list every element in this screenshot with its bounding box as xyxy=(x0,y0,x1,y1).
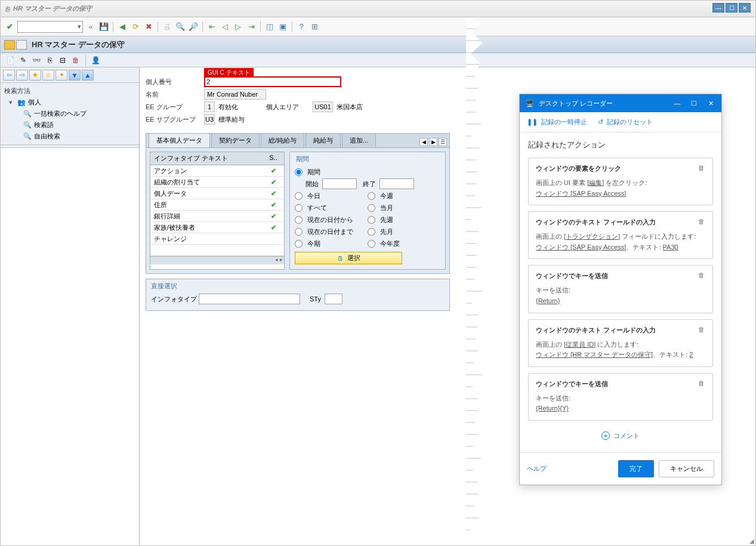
copy-icon[interactable]: ⎘ xyxy=(45,55,54,65)
delete-icon[interactable]: 🗑 xyxy=(71,55,81,65)
expand-button[interactable]: ▼ xyxy=(69,70,81,81)
tree-item-batch-search[interactable]: 🔍 一括検索のヘルプ xyxy=(2,108,138,119)
save-icon[interactable]: 💾 xyxy=(98,21,109,32)
tree-item-free-search[interactable]: 🔍 自由検索 xyxy=(2,131,138,142)
find-icon[interactable]: 🔍 xyxy=(175,21,186,32)
infotype-row[interactable] xyxy=(150,245,284,256)
start-date-input[interactable] xyxy=(322,178,357,189)
delete-action-icon[interactable]: 🗑 xyxy=(698,272,706,280)
new-session-icon[interactable]: ◫ xyxy=(264,21,275,32)
tab-contract[interactable]: 契約データ xyxy=(211,133,260,147)
header-icon-2[interactable] xyxy=(16,40,27,50)
last-page-icon[interactable]: ⇥ xyxy=(246,21,257,32)
this-year-radio[interactable] xyxy=(368,240,375,248)
this-week-radio[interactable] xyxy=(368,192,375,200)
recorder-close[interactable]: ✕ xyxy=(706,100,715,107)
to-current-radio[interactable] xyxy=(295,228,303,236)
infotype-row[interactable]: チャレンジ xyxy=(150,233,284,245)
tab-gross-net[interactable]: 総/純給与 xyxy=(261,133,304,147)
period-radio[interactable] xyxy=(295,168,303,176)
this-month-radio[interactable] xyxy=(368,204,375,212)
menu-icon[interactable]: ⎘ xyxy=(5,5,10,13)
fav-manage-button[interactable]: ☆ xyxy=(42,70,54,81)
delete-action-icon[interactable]: 🗑 xyxy=(698,218,706,226)
first-page-icon[interactable]: ⇤ xyxy=(206,21,217,32)
recorder-done-button[interactable]: 完了 xyxy=(618,460,654,477)
infotype-row[interactable]: 個人データ✔ xyxy=(150,188,284,199)
all-radio[interactable] xyxy=(295,204,303,212)
recorder-reset-button[interactable]: ↺ 記録のリセット xyxy=(598,118,653,127)
last-month-radio[interactable] xyxy=(368,228,375,236)
infotype-row-check: ✔ xyxy=(266,178,280,186)
tab-list[interactable]: ☰ xyxy=(439,138,447,146)
recorder-comment-button[interactable]: + コメント xyxy=(528,427,713,445)
layout-icon[interactable]: ⊞ xyxy=(309,21,320,32)
delete-action-icon[interactable]: 🗑 xyxy=(698,326,706,334)
from-current-radio[interactable] xyxy=(295,216,303,224)
find-next-icon[interactable]: 🔎 xyxy=(188,21,199,32)
end-date-input[interactable] xyxy=(379,178,414,189)
maximize-button[interactable]: ☐ xyxy=(726,3,738,13)
recorder-minimize[interactable]: — xyxy=(672,100,682,107)
infotype-row[interactable]: 家族/被扶養者✔ xyxy=(150,222,284,233)
infotype-input[interactable] xyxy=(199,294,300,304)
delete-action-icon[interactable]: 🗑 xyxy=(698,164,706,172)
overview-icon[interactable]: 👤 xyxy=(91,55,100,65)
today-radio[interactable] xyxy=(295,192,303,200)
print-icon[interactable]: 🖨 xyxy=(162,21,172,32)
collapse-button[interactable]: ▲ xyxy=(82,70,94,81)
ok-icon[interactable]: ✔ xyxy=(4,21,15,32)
personal-number-input[interactable] xyxy=(204,76,341,87)
tab-basic-personal[interactable]: 基本個人データ xyxy=(149,133,210,147)
close-button[interactable]: ✕ xyxy=(739,3,751,13)
last-week-radio[interactable] xyxy=(368,216,375,224)
nav-right-button[interactable]: ⇨ xyxy=(16,70,28,81)
this-period-radio[interactable] xyxy=(295,240,303,248)
tab-scroll-left[interactable]: ◀ xyxy=(419,138,428,146)
minimize-button[interactable]: — xyxy=(712,3,724,13)
nav-back-icon[interactable]: ◀ xyxy=(117,21,128,32)
recorder-pause-button[interactable]: ❚❚ 記録の一時停止 xyxy=(527,118,587,127)
recorder-help-link[interactable]: ヘルプ xyxy=(527,464,547,473)
edit-icon[interactable]: ✎ xyxy=(18,55,28,65)
command-field[interactable]: ▾ xyxy=(17,21,83,33)
nav-cancel-icon[interactable]: ✖ xyxy=(143,21,154,32)
back-icon[interactable]: « xyxy=(85,21,96,32)
direct-infotype-row: インフォタイプ STy xyxy=(151,293,445,305)
resize-grip-icon[interactable]: ◢ xyxy=(749,538,754,544)
fav-other-button[interactable]: ✦ xyxy=(55,70,67,81)
recorder-action-card[interactable]: 🗑ウィンドウのテキスト フィールドの入力画面上の [従業員 ID] に入力します… xyxy=(528,319,713,367)
nav-left-button[interactable]: ⇦ xyxy=(3,70,15,81)
recorder-maximize[interactable]: ☐ xyxy=(689,100,699,107)
recorder-action-card[interactable]: 🗑ウィンドウでキーを送信キーを送信: {Return}{Y} xyxy=(528,373,713,421)
create-shortcut-icon[interactable]: ▣ xyxy=(277,21,288,32)
infotype-row[interactable]: アクション✔ xyxy=(150,165,284,177)
infotype-row[interactable]: 住所✔ xyxy=(150,199,284,211)
nav-exit-icon[interactable]: ⟳ xyxy=(130,21,141,32)
sap-main-window: ⎘ HR マスター データの保守 — ☐ ✕ ✔ ▾ « 💾 ◀ ⟳ ✖ 🖨 🔍… xyxy=(0,0,756,546)
help-icon[interactable]: ? xyxy=(296,21,307,32)
header-icon-1[interactable] xyxy=(4,40,15,50)
tab-additional[interactable]: 追加... xyxy=(342,133,376,147)
recorder-cancel-button[interactable]: キャンセル xyxy=(659,460,714,477)
next-page-icon[interactable]: ▷ xyxy=(233,21,243,32)
create-icon[interactable]: 📄 xyxy=(5,55,15,65)
sty-input[interactable] xyxy=(325,294,342,304)
recorder-action-card[interactable]: 🗑ウィンドウでキーを送信キーを送信: {Return} xyxy=(528,265,713,313)
recorder-action-card[interactable]: 🗑ウィンドウの要素をクリック画面上の UI 要素 [編集] を左クリック:ウィン… xyxy=(528,158,713,205)
fav-add-button[interactable]: ★ xyxy=(29,70,41,81)
tab-net[interactable]: 純給与 xyxy=(306,133,341,147)
infotype-row[interactable]: 組織の割り当て✔ xyxy=(150,177,284,188)
tab-scroll-right[interactable]: ▶ xyxy=(429,138,437,146)
recorder-action-card[interactable]: 🗑ウィンドウのテキスト フィールドの入力画面上の [トランザクション] フィール… xyxy=(528,211,713,259)
tree-root-personal[interactable]: ▾ 👥 個人 xyxy=(2,97,138,108)
delete-action-icon[interactable]: 🗑 xyxy=(698,380,706,388)
select-button[interactable]: 🗓 選択 xyxy=(295,252,402,264)
period-header: 期間 xyxy=(295,155,440,164)
display-icon[interactable]: 👓 xyxy=(32,55,41,65)
tree-item-search-term[interactable]: 🔍 検索語 xyxy=(2,119,138,131)
delimit-icon[interactable]: ⊟ xyxy=(58,55,67,65)
prev-page-icon[interactable]: ◁ xyxy=(220,21,230,32)
tree-toggle-icon[interactable]: ▾ xyxy=(9,98,15,106)
infotype-row[interactable]: 銀行詳細✔ xyxy=(150,211,284,222)
